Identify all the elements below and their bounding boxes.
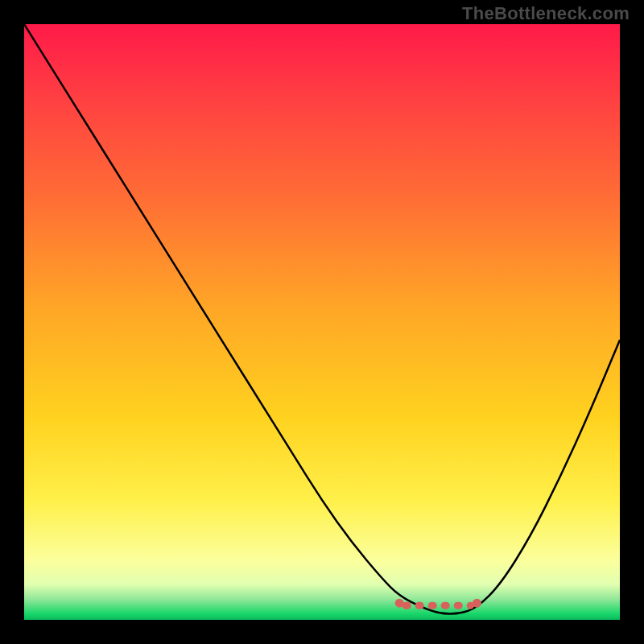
watermark-text: TheBottleneck.com <box>462 3 630 24</box>
bottleneck-curve <box>24 24 620 620</box>
chart-frame: TheBottleneck.com <box>0 0 644 644</box>
curve-path <box>24 24 620 614</box>
plot-area <box>24 24 620 620</box>
